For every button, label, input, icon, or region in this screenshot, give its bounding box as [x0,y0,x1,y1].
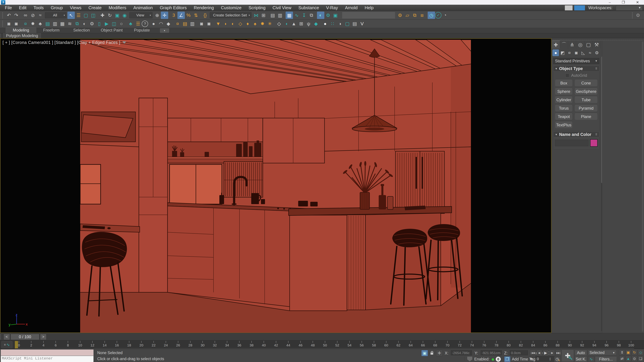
select-and-move-icon[interactable]: ✚ [99,11,106,19]
mirror-icon[interactable]: ⋈ [252,11,260,19]
teapot-outline-icon[interactable]: ○ [118,20,125,27]
ribbon-toggle-icon[interactable]: ▦ [286,11,293,19]
listener-input[interactable]: MAXScript Mini Listener [1,356,94,362]
zoom-all-button[interactable]: ▣ [626,350,631,355]
vray-meter-icon[interactable]: ▤ [351,20,358,27]
menu-item[interactable]: Views [66,5,85,11]
shield-icon[interactable] [467,357,472,361]
select-and-manipulate-icon[interactable]: ✛ [161,11,168,19]
object-name-input[interactable] [555,140,588,146]
panel-icon[interactable]: ▯ [96,20,103,27]
menu-item[interactable]: Modifiers [105,5,130,11]
isolate-selection-toggle[interactable]: ▣ [421,350,428,356]
panel-split-icon[interactable]: ◫ [110,20,118,27]
angle-snap-icon[interactable]: ∠ [178,11,185,19]
help-circle-icon[interactable]: ? [142,21,148,27]
panel-play-icon[interactable]: ▶ [103,20,110,27]
spinner-snap-icon[interactable]: ⇅ [192,11,200,19]
listener-macro-row[interactable] [1,350,94,356]
vray-dots-icon[interactable]: ∷ [329,20,336,27]
bulb-gear-icon[interactable]: ⚙ [88,20,96,27]
play-button[interactable]: ▶ [543,350,548,356]
dock-scrollbar[interactable] [642,41,643,332]
menu-item[interactable]: V-Ray [322,5,342,11]
vray-lightmix-icon[interactable]: ▢ [344,20,351,27]
render-setup-icon[interactable]: ⚙ [324,11,332,19]
material-editor-icon[interactable]: ◐ [317,11,324,19]
selection-lock-toggle[interactable] [429,350,435,356]
maximize-viewport-button[interactable]: ❏ [638,356,644,362]
object-type-button[interactable]: GeoSphere [574,88,598,95]
object-type-button[interactable]: Sphere [555,88,572,95]
category-spacewarps-icon[interactable]: ≈ [587,49,593,56]
menu-item[interactable]: Group [47,5,66,11]
time-configuration-button[interactable]: ◷⚙ [554,356,560,362]
menu-item[interactable]: Create [85,5,105,11]
vray-proxy-icon[interactable]: ◇ [276,20,283,27]
menu-item[interactable]: Tools [30,5,47,11]
menu-item[interactable]: Graph Editors [156,5,190,11]
vray-plane-light-icon[interactable]: ▼ [214,20,222,27]
menu-item[interactable]: File [1,5,16,11]
object-type-button[interactable]: TextPlus [555,122,572,128]
name-color-header[interactable]: ▼ Name and Color ⠿ [553,132,600,137]
select-by-name-icon[interactable]: ☰ [75,11,82,19]
current-frame-field[interactable]: 0 [535,356,555,362]
absolute-offset-toggle[interactable]: ✛ [436,350,443,356]
select-and-scale-icon[interactable]: ▣ [114,11,121,19]
unlink-selection-icon[interactable]: ⊘ [29,11,36,19]
object-color-swatch[interactable] [590,139,598,147]
selection-filter-dropdown[interactable]: All▾ [45,12,66,18]
render-preset-dropdown[interactable] [342,12,395,19]
category-lights-icon[interactable]: ¤ [566,49,573,56]
mini-curve-editor-button[interactable]: ≡∿ [1,341,12,348]
page-gear-icon[interactable]: ▥ [189,20,196,27]
vray-ies-light-icon[interactable]: ♠ [252,20,259,27]
object-type-button[interactable]: Plane [574,113,598,120]
viewport[interactable]: [ + ] [Corona Camera001 ] [Standard ] [C… [0,38,552,333]
forest-pack-icon[interactable]: ♣ [127,20,134,27]
polygon-modeling-panel[interactable]: Polygon Modeling [3,33,41,38]
window-crossing-icon[interactable]: ◫ [90,11,97,19]
key-mode-toggle[interactable]: ◀▶ [530,357,533,360]
vray-sphere-light-icon[interactable]: ◐ [229,20,237,27]
select-and-place-icon[interactable]: ◉ [121,11,128,19]
vray-disc-light-icon[interactable]: ♦ [244,20,252,27]
next-frame-button[interactable]: > [40,334,46,340]
object-type-header[interactable]: ▼ Object Type ⠿ [553,66,600,71]
object-type-button[interactable]: Torus [555,105,572,112]
ribbon-tab-object-paint[interactable]: Object Paint [96,27,127,33]
create-selection-set-dropdown[interactable]: Create Selection Set▾ [210,12,252,18]
sun-light-icon[interactable]: ✸ [29,20,36,27]
tree-sheet-icon[interactable]: ▦ [59,20,66,27]
y-coordinate-field[interactable]: -921.951cm [481,350,502,355]
toolbar-grip[interactable] [632,12,632,18]
previous-frame-button[interactable]: < [4,334,10,340]
rendered-frame-icon[interactable]: ▣ [332,11,339,19]
palette-icon[interactable]: ◐ [81,20,88,27]
frame-spinner[interactable]: ▲▼ [548,356,552,362]
use-pivot-center-icon[interactable]: ⊕ [154,11,161,19]
previous-frame-button[interactable]: ◀| [536,350,542,356]
category-helpers-icon[interactable]: ◺ [580,49,586,56]
viewport-filter-icon[interactable] [122,41,126,44]
redo-icon[interactable]: ↷ [12,11,20,19]
network-render-icon[interactable]: ⧈ [418,11,426,19]
walk-through-button[interactable]: ▲ [626,356,631,362]
align-icon[interactable]: ⊞ [260,11,267,19]
scarab-icon[interactable]: ◆ [165,20,172,27]
object-type-button[interactable]: Cone [574,80,598,86]
menu-item[interactable]: Substance [295,5,322,11]
vray-palette-icon[interactable]: ◑ [336,20,344,27]
ribbon-more-button[interactable]: ▾ [160,28,169,33]
object-type-button[interactable]: Pyramid [574,105,598,112]
batch-render-icon[interactable]: ⧉ [411,11,418,19]
vray-grass-icon[interactable]: ψ [305,20,312,27]
dome-icon[interactable]: ◠ [157,20,165,27]
vray-rays-icon[interactable]: ✳ [266,20,274,27]
pan-button[interactable]: ⇄ [619,356,625,362]
scene-explorer-icon[interactable]: ▤ [269,11,276,19]
array-icon[interactable]: ⧉ [308,11,315,19]
panel-grip[interactable] [553,38,643,40]
close-button[interactable]: ✕ [636,0,639,4]
